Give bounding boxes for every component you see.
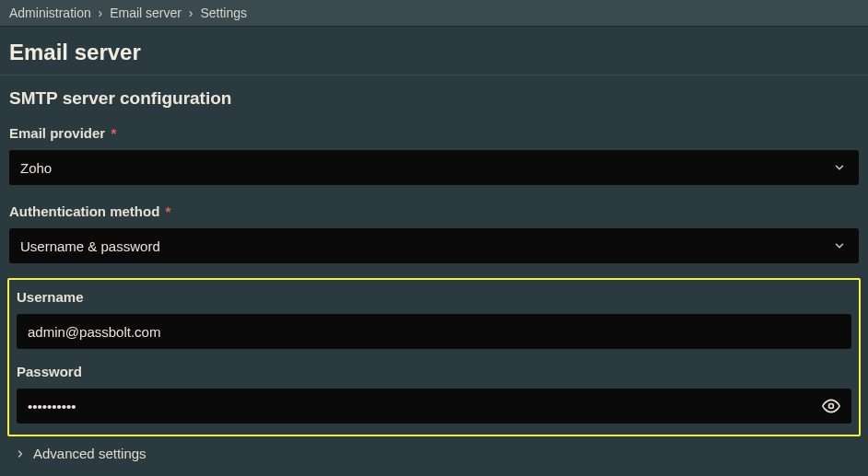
advanced-settings-label: Advanced settings bbox=[33, 446, 147, 461]
content: SMTP server configuration Email provider… bbox=[0, 75, 868, 476]
breadcrumb: Administration › Email server › Settings bbox=[0, 0, 868, 27]
advanced-settings-toggle[interactable]: Advanced settings bbox=[9, 436, 859, 467]
chevron-right-icon bbox=[15, 448, 26, 459]
credentials-highlight: Username Password bbox=[7, 278, 861, 436]
label-text: Email provider bbox=[9, 125, 105, 141]
username-input-wrap bbox=[17, 314, 851, 349]
auth-method-label: Authentication method * bbox=[9, 203, 859, 219]
required-marker: * bbox=[111, 125, 116, 141]
email-provider-label: Email provider * bbox=[9, 125, 859, 141]
email-provider-value: Zoho bbox=[20, 160, 52, 176]
breadcrumb-separator: › bbox=[99, 6, 103, 20]
field-email-provider: Email provider * Zoho bbox=[9, 125, 859, 185]
username-label: Username bbox=[17, 289, 851, 305]
breadcrumb-item-email-server[interactable]: Email server bbox=[110, 6, 182, 20]
password-label: Password bbox=[17, 364, 851, 379]
section-title: SMTP server configuration bbox=[9, 88, 859, 109]
email-provider-select[interactable]: Zoho bbox=[9, 150, 859, 185]
chevron-down-icon bbox=[833, 239, 846, 252]
page-title: Email server bbox=[0, 27, 868, 75]
field-password: Password bbox=[17, 364, 851, 424]
auth-method-value: Username & password bbox=[20, 238, 160, 254]
password-input[interactable] bbox=[28, 399, 840, 414]
label-text: Authentication method bbox=[9, 203, 159, 219]
breadcrumb-item-settings[interactable]: Settings bbox=[200, 6, 247, 20]
auth-method-select[interactable]: Username & password bbox=[9, 228, 859, 263]
svg-point-0 bbox=[829, 404, 834, 409]
field-username: Username bbox=[17, 289, 851, 349]
breadcrumb-item-administration[interactable]: Administration bbox=[9, 6, 91, 20]
eye-icon[interactable] bbox=[822, 397, 840, 415]
chevron-down-icon bbox=[833, 161, 846, 174]
password-input-wrap bbox=[17, 389, 851, 424]
required-marker: * bbox=[166, 203, 171, 219]
field-auth-method: Authentication method * Username & passw… bbox=[9, 203, 859, 263]
username-input[interactable] bbox=[28, 324, 840, 340]
breadcrumb-separator: › bbox=[189, 6, 194, 20]
